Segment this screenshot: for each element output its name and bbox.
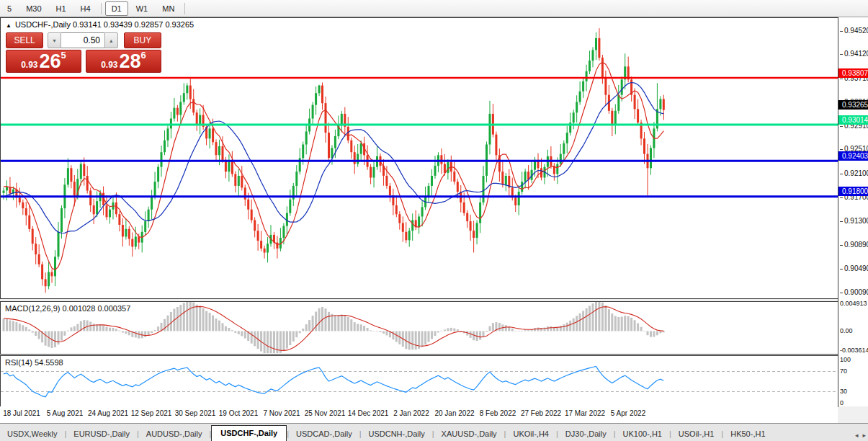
candle-body	[402, 223, 404, 232]
volume-input[interactable]	[61, 32, 104, 48]
macd-histogram-bar	[659, 331, 661, 334]
volume-increase-button[interactable]: ▴	[104, 32, 118, 48]
macd-histogram-bar	[318, 308, 321, 331]
macd-histogram-bar	[624, 316, 626, 331]
timeframe-button-5[interactable]: 5	[1, 1, 18, 16]
macd-histogram-bar	[385, 331, 388, 336]
candle-body	[264, 249, 266, 253]
candle-body	[54, 257, 56, 276]
macd-histogram-bar	[99, 324, 102, 331]
sell-button[interactable]: SELL	[6, 32, 43, 48]
macd-histogram-bar	[251, 331, 253, 344]
collapse-arrow-icon[interactable]: ▲	[6, 22, 12, 29]
price-level-box: 0.93265	[838, 100, 868, 110]
macd-scale-label: 0.004913	[840, 300, 867, 307]
candle-body	[138, 236, 140, 242]
price-tick-label: 0.90090	[840, 288, 868, 296]
candle-body	[312, 105, 314, 119]
candle-body	[157, 167, 159, 182]
tab-audusd-daily[interactable]: AUDUSD-,Daily	[139, 427, 210, 441]
candle-body	[595, 38, 597, 50]
symbol-label: USDCHF-,Daily	[15, 20, 71, 29]
macd-histogram-bar	[357, 324, 359, 331]
macd-histogram-bar	[595, 302, 597, 331]
tab-usdx-weekly[interactable]: USDX,Weekly	[0, 427, 64, 441]
candle-body	[222, 146, 224, 160]
candle-body	[144, 221, 146, 232]
macd-histogram-bar	[254, 331, 256, 347]
candle-body	[463, 202, 465, 213]
candle-body	[183, 93, 185, 102]
tab-eurusd-daily[interactable]: EURUSD-,Daily	[66, 427, 137, 441]
timeframe-button-h4[interactable]: H4	[74, 1, 97, 16]
macd-histogram-bar	[154, 330, 156, 331]
candle-body	[582, 81, 584, 92]
candle-body	[321, 86, 323, 104]
candle-body	[179, 102, 182, 115]
tab-dj30-daily[interactable]: DJ30-,Daily	[558, 427, 614, 441]
macd-histogram-bar	[395, 331, 398, 342]
candle-body	[228, 161, 230, 172]
macd-histogram-bar	[6, 319, 8, 331]
volume-decrease-button[interactable]: ▾	[48, 32, 61, 48]
macd-histogram-bar	[653, 331, 655, 337]
tab-uk100-h1[interactable]: UK100-,H1	[616, 427, 669, 441]
candle-body	[489, 114, 491, 145]
macd-histogram-bar	[415, 331, 417, 350]
macd-label: MACD(12,26,9) 0.001028 0.000357	[5, 304, 130, 313]
macd-histogram-bar	[328, 312, 330, 331]
tab-xauusd-daily[interactable]: XAUUSD-,Daily	[434, 427, 504, 441]
candle-body	[170, 119, 172, 129]
candle-body	[244, 187, 246, 199]
price-level-box: 0.93807	[838, 68, 868, 78]
macd-histogram-bar	[273, 331, 275, 354]
candle-body	[96, 201, 98, 214]
candle-body	[189, 86, 192, 99]
rsi-scale-label: 70	[840, 368, 847, 375]
tab-scroll-right-icon[interactable]: ▸	[862, 432, 866, 439]
macd-histogram-bar	[48, 331, 50, 347]
buy-button[interactable]: BUY	[124, 32, 161, 48]
tab-usoil-h1[interactable]: USOil-,H1	[671, 427, 722, 441]
rsi-scale-label: 0	[840, 399, 844, 406]
timeframe-button-d1[interactable]: D1	[105, 1, 128, 16]
tab-usdcnh-daily[interactable]: USDCNH-,Daily	[362, 427, 432, 441]
macd-histogram-bar	[270, 331, 272, 354]
buy-price-box[interactable]: 0.93 28 6	[86, 50, 161, 73]
sell-price-box[interactable]: 0.93 26 5	[6, 50, 81, 73]
candle-body	[473, 231, 475, 238]
macd-histogram-bar	[70, 327, 72, 331]
tab-hk50-h1[interactable]: HK50-,H1	[723, 427, 772, 441]
candle-body	[25, 208, 27, 215]
macd-histogram-bar	[643, 331, 645, 331]
price-tick-mark	[840, 269, 843, 270]
candle-body	[48, 272, 50, 287]
macd-histogram-bar	[524, 330, 527, 331]
candle-body	[70, 168, 72, 182]
candle-body	[521, 182, 523, 192]
timeframe-button-h1[interactable]: H1	[50, 1, 73, 16]
macd-histogram-bar	[408, 331, 411, 350]
macd-histogram-bar	[382, 331, 385, 334]
macd-histogram-bar	[431, 331, 433, 339]
timeframe-button-mn[interactable]: MN	[156, 1, 181, 16]
ohlc-values: 0.93141 0.93439 0.92857 0.93265	[73, 20, 194, 29]
candle-body	[643, 138, 645, 153]
sell-price-base: 0.93	[21, 59, 37, 71]
timeframe-button-m30[interactable]: M30	[19, 1, 48, 16]
price-tick-mark	[840, 79, 843, 79]
trading-platform-window: 5M30H1H4D1W1MN ▲USDCHF-,Daily 0.93141 0.…	[0, 0, 868, 441]
tab-scroll-left-icon[interactable]: ◂	[855, 432, 859, 439]
tab-usdcad-daily[interactable]: USDCAD-,Daily	[289, 427, 359, 441]
price-tick-label: 0.94520	[840, 27, 868, 35]
candle-body	[73, 182, 76, 197]
candle-body	[209, 128, 211, 138]
macd-histogram-bar	[563, 324, 565, 331]
date-label: 17 Mar 2022	[565, 409, 605, 417]
timeframe-button-w1[interactable]: W1	[130, 1, 155, 16]
tab-ukoil-h4[interactable]: UKOil-,H4	[506, 427, 556, 441]
date-label: 5 Apr 2022	[611, 409, 645, 417]
candle-body	[131, 239, 133, 247]
tab-usdchf-daily[interactable]: USDCHF-,Daily	[211, 425, 287, 441]
price-tick-mark	[840, 31, 843, 32]
